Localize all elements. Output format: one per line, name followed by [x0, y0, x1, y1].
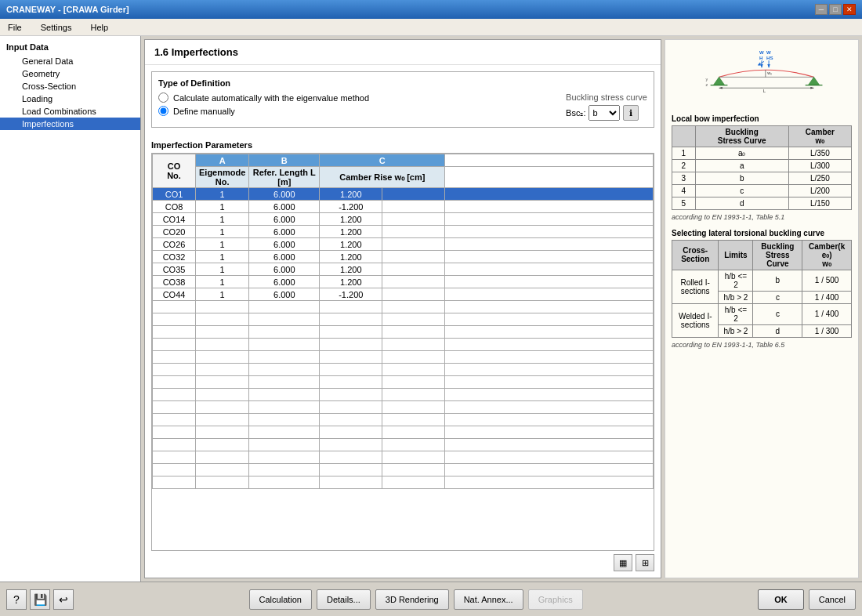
col-header-c: C [320, 154, 445, 167]
bottom-toolbar: ? 💾 ↩ Calculation Details... 3D Renderin… [0, 582, 862, 616]
list-item: 4cL/200 [672, 184, 852, 197]
table-row-empty [153, 326, 654, 339]
sidebar-item-loading[interactable]: Loading [0, 92, 140, 105]
graphics-button: Graphics [528, 589, 583, 610]
table-row-empty [153, 439, 654, 451]
label-l: L [763, 89, 766, 93]
reset-icon-button[interactable]: ↩ [53, 589, 74, 610]
minimize-button[interactable]: ─ [815, 4, 828, 15]
sub-header-eigenmode: Eigenmode No. [196, 167, 249, 188]
svg-marker-3 [767, 64, 770, 67]
bsc-select[interactable]: b [589, 105, 620, 121]
th-camber: Camberw₀ [788, 125, 851, 147]
table-row-empty [153, 451, 654, 464]
table-title: Imperfection Parameters [151, 140, 654, 150]
rendering-button[interactable]: 3D Rendering [375, 589, 449, 610]
section-top: Calculate automatically with the eigenva… [158, 92, 647, 121]
table-tool-btn-2[interactable]: ⊞ [636, 554, 654, 571]
sub-header-empty [445, 167, 654, 188]
close-button[interactable]: ✕ [843, 4, 856, 15]
svg-marker-10 [719, 87, 723, 89]
menu-bar: File Settings Help [0, 19, 862, 36]
sidebar-item-cross-section[interactable]: Cross-Section [0, 80, 140, 92]
sidebar-item-geometry[interactable]: Geometry [0, 67, 140, 80]
table-row[interactable]: CO2616.0001.200 [153, 238, 654, 251]
radio-row-auto: Calculate automatically with the eigenva… [158, 92, 369, 103]
list-item: 1a₀L/350 [672, 147, 852, 159]
calculation-button[interactable]: Calculation [249, 589, 312, 610]
details-button[interactable]: Details... [317, 589, 371, 610]
table-row[interactable]: CO3816.0001.200 [153, 276, 654, 288]
local-bow-note: according to EN 1993-1-1, Table 5.1 [672, 213, 852, 221]
content-area: 1.6 Imperfections Type of Definition Cal… [141, 36, 862, 582]
window-controls: ─ □ ✕ [815, 4, 856, 15]
maximize-button[interactable]: □ [829, 4, 842, 15]
menu-help[interactable]: Help [85, 21, 113, 34]
list-item: 3bL/250 [672, 172, 852, 184]
local-bow-title: Local bow imperfection [672, 114, 852, 123]
table-row-empty [153, 313, 654, 326]
bottom-center: Calculation Details... 3D Rendering Nat.… [78, 589, 753, 610]
label-w0: w₀ [766, 71, 772, 75]
radio-manual-label: Define manually [173, 107, 235, 116]
sidebar-item-load-combinations[interactable]: Load Combinations [0, 105, 140, 118]
table-row-empty [153, 364, 654, 376]
table-row[interactable]: CO3516.0001.200 [153, 263, 654, 276]
lateral-title: Selecting lateral torsional buckling cur… [672, 229, 852, 237]
list-item: 5dL/150 [672, 197, 852, 209]
table-scroll[interactable]: CONo. A B C Eigenmode No. Refer. Length … [151, 153, 654, 551]
local-bow-table: BucklingStress Curve Camberw₀ 1a₀L/3502a… [672, 125, 852, 210]
support-right [808, 77, 820, 85]
ok-button[interactable]: OK [758, 589, 804, 610]
radio-manual[interactable] [158, 106, 168, 116]
lateral-table: Cross-Section Limits Buckling StressCurv… [672, 240, 852, 338]
th-bsc: BucklingStress Curve [695, 125, 788, 147]
th-bsc2: Buckling StressCurve [753, 240, 802, 270]
table-row[interactable]: CO2016.0001.200 [153, 226, 654, 238]
help-icon-button[interactable]: ? [6, 589, 27, 610]
beam-arch [719, 70, 814, 77]
table-toolbar: ▦ ⊞ [151, 554, 654, 571]
menu-settings[interactable]: Settings [36, 21, 77, 34]
nat-annex-button[interactable]: Nat. Annex... [454, 589, 523, 610]
window-title: CRANEWAY - [CRAWA Girder] [6, 5, 129, 14]
bsc-label: Bsc₂: [566, 108, 585, 118]
list-item: 2aL/300 [672, 159, 852, 172]
table-tool-btn-1[interactable]: ▦ [614, 554, 632, 571]
th-limits: Limits [719, 240, 753, 270]
lateral-note: according to EN 1993-1-1, Table 6.5 [672, 341, 852, 349]
th-camber2: Camber(k e₀)w₀ [802, 240, 852, 270]
imperfection-parameters-section: Imperfection Parameters [151, 140, 654, 571]
sidebar-item-general-data[interactable]: General Data [0, 55, 140, 67]
bottom-right: OK Cancel [758, 589, 856, 610]
buckling-stress-curve-label: Buckling stress curve [566, 92, 647, 102]
table-row-empty [153, 426, 654, 439]
th-num [672, 125, 696, 147]
save-icon-button[interactable]: 💾 [30, 589, 50, 610]
beam-diagram: W W H HS [672, 46, 852, 103]
cancel-button[interactable]: Cancel [809, 589, 856, 610]
radio-auto[interactable] [158, 92, 168, 103]
table-row[interactable]: CO116.0001.200 [153, 188, 654, 201]
main-layout: Input Data General Data Geometry Cross-S… [0, 36, 862, 582]
table-row-empty [153, 339, 654, 351]
table-row-empty [153, 389, 654, 401]
table-row[interactable]: CO816.000-1.200 [153, 201, 654, 213]
support-left [713, 77, 725, 85]
table-row[interactable]: CO4416.000-1.200 [153, 288, 654, 301]
sidebar-item-imperfections[interactable]: Imperfections [0, 118, 140, 130]
svg-marker-11 [810, 87, 813, 89]
table-row[interactable]: CO3216.0001.200 [153, 251, 654, 263]
label-z: z [706, 82, 708, 87]
menu-file[interactable]: File [3, 21, 27, 34]
sidebar-root: Input Data [0, 39, 140, 55]
buckling-controls: Bsc₂: b ℹ [566, 105, 639, 121]
label-y: y [706, 77, 708, 82]
info-button[interactable]: ℹ [623, 105, 639, 121]
list-item: Welded I-sectionsh/b <= 2c1 / 400 [672, 303, 852, 324]
label-w1: W [759, 50, 764, 55]
table-row-empty [153, 376, 654, 389]
sub-header-camber: Camber Rise w₀ [cm] [320, 167, 445, 188]
label-hs: HS [766, 56, 773, 60]
table-row[interactable]: CO1416.0001.200 [153, 213, 654, 226]
